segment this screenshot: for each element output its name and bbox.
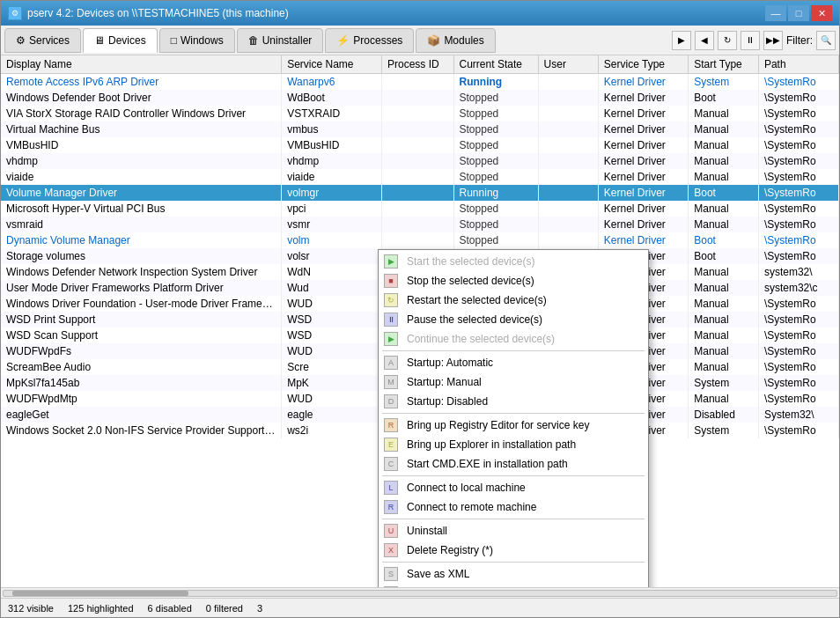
col-current-state[interactable]: Current State — [453, 55, 538, 74]
table-row[interactable]: VIA StorX Storage RAID Controller Window… — [1, 106, 839, 121]
toolbar-btn-1[interactable]: ▶ — [672, 31, 691, 50]
cell-state: Running — [453, 185, 538, 201]
cell-display-name: Dynamic Volume Manager — [1, 232, 282, 248]
menu-item-delete[interactable]: X Delete Registry (*) — [379, 541, 648, 560]
cell-service-name: vsmr — [282, 217, 382, 232]
cell-start: Boot — [689, 185, 759, 201]
tab-processes[interactable]: ⚡ Processes — [325, 28, 414, 53]
menu-label-pause: Pause the selected device(s) — [407, 313, 542, 326]
cell-path: \SystemRo — [758, 391, 838, 407]
table-row[interactable]: viaide viaide Stopped Kernel Driver Manu… — [1, 169, 839, 185]
cell-pid — [381, 153, 453, 169]
cell-path: \SystemRo — [758, 217, 838, 232]
horizontal-scrollbar[interactable] — [1, 587, 839, 598]
cell-path: \SystemRo — [758, 153, 838, 169]
tab-devices[interactable]: 🖥 Devices — [83, 28, 158, 53]
scrollbar-thumb[interactable] — [12, 591, 188, 596]
minimize-button[interactable]: — — [765, 5, 786, 21]
table-row[interactable]: Remote Access IPv6 ARP Driver Wanarpv6 R… — [1, 74, 839, 91]
col-start-type[interactable]: Start Type — [689, 55, 759, 74]
menu-item-uninstall[interactable]: U Uninstall — [379, 521, 648, 541]
menu-item-pause[interactable]: ⏸ Pause the selected device(s) — [379, 310, 648, 329]
status-extra: 3 — [257, 603, 262, 614]
tab-windows[interactable]: □ Windows — [159, 28, 235, 53]
menu-item-clipboard[interactable]: C Copy to clipboard — [379, 584, 648, 587]
toolbar-btn-5[interactable]: ▶▶ — [763, 31, 783, 50]
cell-type: Kernel Driver — [598, 201, 688, 217]
uninstaller-icon: 🗑 — [248, 34, 259, 47]
table-row[interactable]: Virtual Machine Bus vmbus Stopped Kernel… — [1, 121, 839, 137]
cell-state: Stopped — [453, 232, 538, 248]
col-display-name[interactable]: Display Name — [1, 55, 282, 74]
cell-start: Disabled — [689, 407, 759, 423]
menu-item-cmd[interactable]: C Start CMD.EXE in installation path — [379, 454, 648, 474]
cell-start: Manual — [689, 153, 759, 169]
cell-service-name: VMBusHID — [282, 137, 382, 153]
cell-display-name: Microsoft Hyper-V Virtual PCI Bus — [1, 201, 282, 217]
menu-item-manual[interactable]: M Startup: Manual — [379, 372, 648, 392]
menu-item-disabled[interactable]: D Startup: Disabled — [379, 392, 648, 411]
cell-path: \SystemRo — [758, 137, 838, 153]
cell-start: Manual — [689, 327, 759, 343]
table-row[interactable]: Windows Defender Boot Driver WdBoot Stop… — [1, 90, 839, 106]
menu-item-explorer[interactable]: E Bring up Explorer in installation path — [379, 435, 648, 454]
menu-icon-delete: X — [384, 543, 398, 557]
cell-path: \SystemRo — [758, 312, 838, 327]
filter-button[interactable]: 🔍 — [816, 31, 836, 50]
menu-label-explorer: Bring up Explorer in installation path — [407, 438, 576, 451]
menu-label-restart: Restart the selected device(s) — [407, 294, 547, 306]
cell-start: Manual — [689, 169, 759, 185]
menu-icon-uninstall: U — [384, 524, 398, 538]
col-service-name[interactable]: Service Name — [282, 55, 382, 74]
cell-user — [538, 106, 598, 121]
cell-start: Manual — [689, 280, 759, 296]
cell-display-name: Windows Socket 2.0 Non-IFS Service Provi… — [1, 423, 282, 438]
menu-item-registry[interactable]: R Bring up Registry Editor for service k… — [379, 416, 648, 435]
cell-type: Kernel Driver — [598, 121, 688, 137]
table-row[interactable]: vhdmp vhdmp Stopped Kernel Driver Manual… — [1, 153, 839, 169]
tab-modules[interactable]: 📦 Modules — [416, 28, 495, 53]
table-container: Display Name Service Name Process ID Cur… — [1, 55, 839, 587]
col-process-id[interactable]: Process ID — [381, 55, 453, 74]
table-row[interactable]: VMBusHID VMBusHID Stopped Kernel Driver … — [1, 137, 839, 153]
col-path[interactable]: Path — [758, 55, 838, 74]
table-row[interactable]: Microsoft Hyper-V Virtual PCI Bus vpci S… — [1, 201, 839, 217]
table-row[interactable]: vsmraid vsmr Stopped Kernel Driver Manua… — [1, 217, 839, 232]
cell-display-name: Windows Defender Network Inspection Syst… — [1, 264, 282, 280]
table-row[interactable]: Volume Manager Driver volmgr Running Ker… — [1, 185, 839, 201]
cell-service-name: volsr — [282, 248, 382, 264]
menu-item-auto[interactable]: A Startup: Automatic — [379, 353, 648, 372]
close-button[interactable]: ✕ — [811, 5, 832, 21]
toolbar-btn-3[interactable]: ↻ — [718, 31, 737, 50]
cell-pid — [381, 74, 453, 91]
menu-item-remote[interactable]: R Connect to remote machine — [379, 497, 648, 517]
cell-service-name: WdBoot — [282, 90, 382, 106]
cell-user — [538, 217, 598, 232]
cell-display-name: Windows Driver Foundation - User-mode Dr… — [1, 296, 282, 312]
context-menu: ▶ Start the selected device(s) ■ Stop th… — [378, 249, 649, 587]
col-service-type[interactable]: Service Type — [598, 55, 688, 74]
cell-type: Kernel Driver — [598, 169, 688, 185]
toolbar-btn-2[interactable]: ◀ — [695, 31, 714, 50]
menu-label-auto: Startup: Automatic — [407, 357, 493, 369]
menu-item-restart[interactable]: ↻ Restart the selected device(s) — [379, 291, 648, 310]
cell-service-name: viaide — [282, 169, 382, 185]
toolbar-btn-4[interactable]: ⏸ — [741, 31, 760, 50]
cell-service-name: volm — [282, 232, 382, 248]
menu-item-local[interactable]: L Connect to local machine — [379, 478, 648, 497]
tab-uninstaller[interactable]: 🗑 Uninstaller — [237, 28, 324, 53]
table-row[interactable]: Dynamic Volume Manager volm Stopped Kern… — [1, 232, 839, 248]
cell-start: System — [689, 423, 759, 438]
cell-state: Stopped — [453, 106, 538, 121]
tab-uninstaller-label: Uninstaller — [262, 34, 313, 47]
cell-start: Manual — [689, 391, 759, 407]
tab-processes-label: Processes — [353, 34, 402, 47]
menu-item-savexml[interactable]: S Save as XML — [379, 564, 648, 584]
menu-label-stop: Stop the selected device(s) — [407, 275, 534, 287]
menu-item-stop[interactable]: ■ Stop the selected device(s) — [379, 271, 648, 291]
maximize-button[interactable]: □ — [788, 5, 809, 21]
cell-service-name: MpK — [282, 375, 382, 391]
menu-icon-continue: ▶ — [384, 332, 398, 346]
col-user[interactable]: User — [538, 55, 598, 74]
tab-services[interactable]: ⚙ Services — [4, 28, 81, 53]
